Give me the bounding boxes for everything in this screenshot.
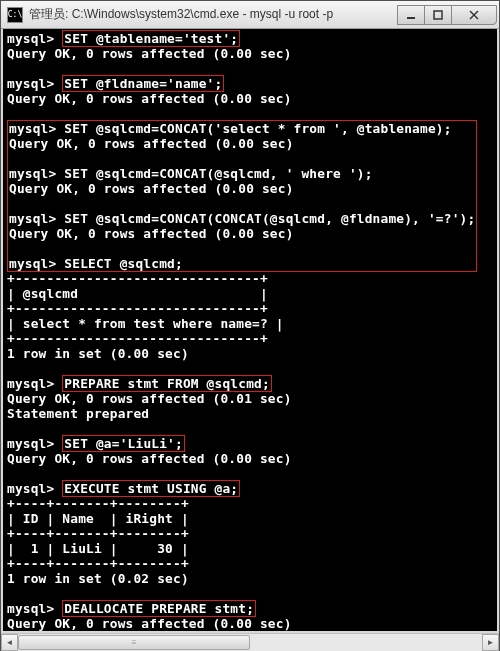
scroll-thumb[interactable]: ≡ bbox=[18, 635, 250, 650]
minimize-button[interactable] bbox=[397, 5, 425, 25]
close-button[interactable] bbox=[451, 5, 497, 25]
svg-rect-1 bbox=[434, 11, 442, 19]
window-title: 管理员: C:\Windows\system32\cmd.exe - mysql… bbox=[29, 6, 398, 23]
titlebar[interactable]: C:\ 管理员: C:\Windows\system32\cmd.exe - m… bbox=[1, 1, 499, 29]
scroll-right-button[interactable]: ► bbox=[482, 634, 499, 651]
scroll-left-button[interactable]: ◄ bbox=[1, 634, 18, 651]
cmd-window: C:\ 管理员: C:\Windows\system32\cmd.exe - m… bbox=[0, 0, 500, 651]
terminal-output[interactable]: mysql> SET @tablename='test';Query OK, 0… bbox=[1, 29, 499, 633]
horizontal-scrollbar[interactable]: ◄ ≡ ► bbox=[1, 633, 499, 650]
window-controls bbox=[398, 5, 497, 25]
cmd-icon: C:\ bbox=[7, 7, 23, 23]
maximize-button[interactable] bbox=[424, 5, 452, 25]
scroll-track[interactable]: ≡ bbox=[18, 634, 482, 651]
